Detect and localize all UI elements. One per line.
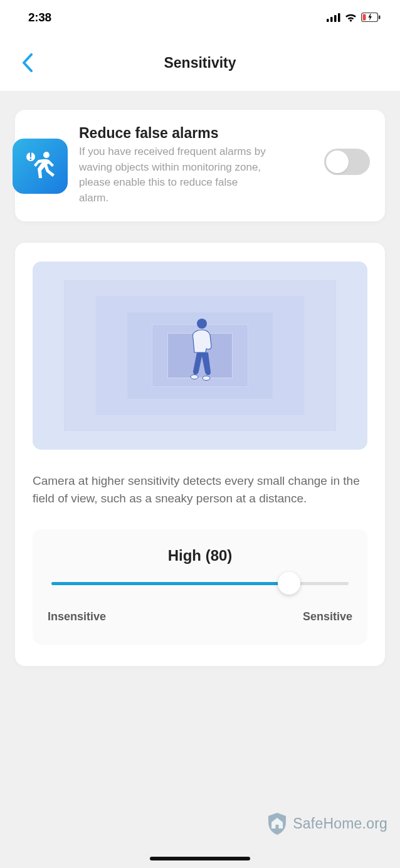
svg-text:!: ! xyxy=(29,151,32,162)
status-bar: 2:38 xyxy=(0,0,400,34)
slider-thumb[interactable] xyxy=(278,572,300,595)
wifi-icon xyxy=(344,13,357,22)
reduce-false-alarms-toggle[interactable] xyxy=(324,149,370,175)
shield-house-icon xyxy=(266,812,288,835)
status-icons xyxy=(327,13,381,22)
chevron-left-icon xyxy=(22,53,33,72)
walking-person-icon xyxy=(183,317,217,383)
reduce-false-alarms-title: Reduce false alarms xyxy=(79,125,313,142)
nav-bar: Sensitivity xyxy=(0,34,400,91)
sensitivity-illustration xyxy=(33,262,367,450)
running-person-icon: ! xyxy=(21,147,60,186)
battery-charging-icon xyxy=(361,13,381,22)
reduce-false-alarms-card: ! Reduce false alarms If you have receiv… xyxy=(15,110,385,221)
svg-rect-0 xyxy=(327,19,329,22)
status-time: 2:38 xyxy=(28,11,51,24)
slider-min-label: Insensitive xyxy=(48,610,106,623)
reduce-false-alarms-body: Reduce false alarms If you have received… xyxy=(79,125,313,206)
slider-fill xyxy=(51,582,289,585)
sensitivity-description: Camera at higher sensitivity detects eve… xyxy=(33,472,367,508)
slider-max-label: Sensitive xyxy=(303,610,352,623)
svg-rect-1 xyxy=(330,17,333,22)
svg-point-12 xyxy=(203,376,210,380)
sensitivity-value-label: High (80) xyxy=(48,547,352,564)
cellular-icon xyxy=(327,13,340,22)
sensitivity-slider[interactable] xyxy=(51,582,349,585)
sensitivity-slider-card: High (80) Insensitive Sensitive xyxy=(33,529,367,645)
content-area: ! Reduce false alarms If you have receiv… xyxy=(0,91,400,868)
slider-range-labels: Insensitive Sensitive xyxy=(48,610,352,623)
svg-rect-3 xyxy=(338,13,340,22)
svg-rect-13 xyxy=(276,825,279,828)
svg-point-10 xyxy=(197,319,207,329)
svg-rect-5 xyxy=(363,14,366,21)
back-button[interactable] xyxy=(14,49,41,77)
svg-point-11 xyxy=(191,374,198,379)
toggle-knob xyxy=(326,151,349,173)
svg-point-9 xyxy=(43,152,50,158)
safehome-watermark: SafeHome.org xyxy=(266,812,387,835)
page-title: Sensitivity xyxy=(164,55,236,71)
svg-rect-6 xyxy=(379,16,381,19)
reduce-false-alarms-description: If you have received frequent alarms by … xyxy=(79,144,267,206)
home-indicator[interactable] xyxy=(150,857,250,860)
running-alert-icon: ! xyxy=(13,139,68,194)
sensitivity-card: Camera at higher sensitivity detects eve… xyxy=(15,243,385,666)
svg-rect-2 xyxy=(334,15,337,22)
watermark-brand: SafeHome.org xyxy=(293,815,387,832)
